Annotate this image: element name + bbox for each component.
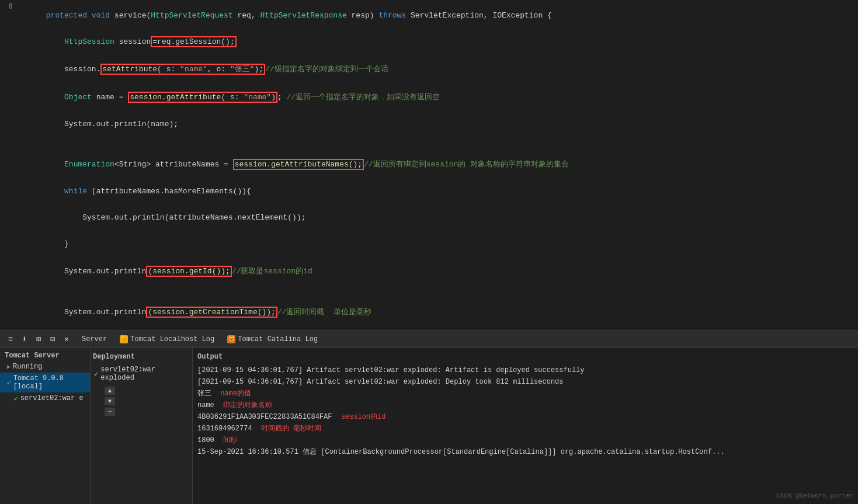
code-content-1: protected void service(HttpServletReques… [16, 2, 858, 29]
code-line-2: HttpSession session=req.getSession(); [0, 29, 858, 55]
code-content-4: Object name = session.getAttribute( s: "… [16, 83, 858, 111]
output-text-4: name [197, 401, 214, 409]
deploy-arrow-up[interactable]: ▲ [105, 387, 115, 395]
output-suffix-5: session的id [341, 413, 386, 421]
sidebar-item-servlet[interactable]: ✔ servlet02:war e [0, 392, 90, 404]
code-line-7: Enumeration<String> attributeNames = ses… [0, 150, 858, 178]
bottom-panel: ≡ ⬇ ⊞ ⊟ ✕ Server 🐱 Tomcat Localhost Log … [0, 330, 858, 504]
code-line-6 [0, 137, 858, 150]
output-suffix-6: 时间截的 毫秒时间 [261, 425, 321, 433]
output-text-6: 1631694962774 [197, 425, 252, 433]
code-line-11: System.out.println(session.getId());//获取… [0, 257, 858, 285]
panel-tabs-bar: ≡ ⬇ ⊞ ⊟ ✕ Server 🐱 Tomcat Localhost Log … [0, 331, 858, 348]
toolbar-btn-close-x[interactable]: ✕ [61, 333, 72, 345]
output-line-6: 1631694962774 时间截的 毫秒时间 [197, 423, 853, 435]
code-line-1: @ protected void service(HttpServletRequ… [0, 2, 858, 29]
deploy-action-buttons: ▲ ▼ − [93, 387, 190, 416]
server-sidebar: Tomcat Server ▶ Running ✔ Tomcat 9.0.8 [… [0, 348, 91, 504]
sidebar-running-label: Running [13, 363, 42, 371]
param-resp: resp) [347, 11, 379, 20]
toolbar-btn-grid[interactable]: ⊞ [33, 333, 44, 345]
output-line-8: 15-Sep-2021 16:36:10.571 信息 [ContainerBa… [197, 446, 853, 458]
sidebar-tomcat-label: Tomcat 9.0.8 [local] [13, 374, 85, 391]
tab-tomcat-catalina-label: Tomcat Catalina Log [238, 335, 318, 343]
panel-right: Deployment ✔ servlet02:war exploded ▲ ▼ … [91, 348, 858, 504]
code-line-12 [0, 285, 858, 298]
toolbar-btn-menu[interactable]: ≡ [5, 333, 16, 345]
tab-server-label: Server [82, 335, 107, 343]
output-panel: Output [2021-09-15 04:36:01,767] Artifac… [193, 348, 858, 504]
output-suffix-4: 绑定的对象名称 [223, 401, 272, 409]
code-content-7: Enumeration<String> attributeNames = ses… [16, 150, 858, 178]
keyword-throws: throws [378, 11, 406, 20]
highlight-getId: (session.getId()); [146, 266, 231, 277]
code-line-3: session.setAttribute( s: "name", o: "张三"… [0, 55, 858, 83]
deploy-arrow-down[interactable]: ▼ [105, 397, 115, 405]
deploy-arrow-remove[interactable]: − [105, 408, 115, 416]
deployment-panel: Deployment ✔ servlet02:war exploded ▲ ▼ … [91, 348, 193, 504]
highlight-getAttributeNames: session.getAttributeNames(); [233, 159, 364, 170]
code-content-9: System.out.println(attributeNames.nextEl… [16, 204, 858, 231]
code-line-4: Object name = session.getAttribute( s: "… [0, 83, 858, 111]
param-req: req, [233, 11, 260, 20]
deploy-check-icon: ✔ [94, 370, 98, 378]
highlight-getAttribute: session.getAttribute( s: "name") [128, 92, 277, 103]
panel-toolbar: ≡ ⬇ ⊞ ⊟ ✕ [2, 333, 75, 345]
code-content-11: System.out.println(session.getId());//获取… [16, 257, 858, 285]
highlight-getSession: =req.getSession(); [151, 36, 236, 47]
code-line-14 [0, 326, 858, 330]
keyword-void: void [92, 11, 110, 20]
code-line-8: while (attributeNames.hasMoreElements())… [0, 178, 858, 204]
type-HttpServletResponse: HttpServletResponse [260, 11, 347, 20]
at-icon: @ [9, 2, 13, 9]
panel-content: Tomcat Server ▶ Running ✔ Tomcat 9.0.8 [… [0, 348, 858, 504]
code-content-2: HttpSession session=req.getSession(); [16, 29, 858, 55]
code-line-9: System.out.println(attributeNames.nextEl… [0, 204, 858, 231]
tab-tomcat-catalina[interactable]: 🐱 Tomcat Catalina Log [221, 333, 324, 346]
tab-server[interactable]: Server [76, 333, 113, 346]
output-title: Output [197, 350, 853, 364]
running-arrow-icon: ▶ [7, 363, 11, 370]
line-gutter-icon-1: @ [5, 2, 16, 9]
code-line-10: } [0, 231, 858, 257]
toolbar-btn-down[interactable]: ⬇ [19, 333, 30, 345]
output-text-2: [2021-09-15 04:36:01,767] Artifact servl… [197, 378, 564, 386]
tomcat-localhost-icon: 🐱 [120, 335, 128, 343]
deployment-title: Deployment [93, 350, 190, 363]
output-suffix-7: 间秒 [223, 436, 237, 444]
sidebar-servlet-label: servlet02:war e [20, 394, 84, 402]
type-HttpServletRequest: HttpServletRequest [151, 11, 232, 20]
tab-tomcat-localhost-label: Tomcat Localhost Log [130, 335, 214, 343]
output-text-3: 张三 [197, 390, 211, 398]
deploy-item-label: servlet02:war exploded [100, 366, 189, 382]
highlight-getCreationTime: (session.getCreationTime()); [146, 307, 277, 318]
output-suffix-3: name的值 [220, 390, 251, 398]
servlet-check-icon: ✔ [14, 395, 18, 402]
output-text-1: [2021-09-15 04:36:01,767] Artifact servl… [197, 366, 585, 374]
server-sidebar-title: Tomcat Server [0, 348, 90, 361]
tab-tomcat-localhost[interactable]: 🐱 Tomcat Localhost Log [114, 333, 220, 346]
tomcat-check-icon: ✔ [7, 379, 11, 387]
output-text-5: 4B036291F1AA303FEC22833A51C84FAF [197, 413, 332, 421]
sidebar-item-running[interactable]: ▶ Running [0, 361, 90, 373]
code-content-10: } [16, 231, 858, 257]
method-service: service( [110, 11, 151, 20]
code-line-13: System.out.println(session.getCreationTi… [0, 298, 858, 326]
output-line-5: 4B036291F1AA303FEC22833A51C84FAF session… [197, 411, 853, 423]
toolbar-btn-filter[interactable]: ⊟ [47, 333, 58, 345]
output-text-7: 1800 [197, 436, 214, 444]
code-content-13: System.out.println(session.getCreationTi… [16, 298, 858, 326]
output-line-4: name 绑定的对象名称 [197, 399, 853, 411]
deployment-item-servlet[interactable]: ✔ servlet02:war exploded [93, 363, 190, 384]
code-content-3: session.setAttribute( s: "name", o: "张三"… [16, 55, 858, 83]
output-line-7: 1800 间秒 [197, 435, 853, 446]
output-line-1: [2021-09-15 04:36:01,767] Artifact servl… [197, 364, 853, 376]
code-content-8: while (attributeNames.hasMoreElements())… [16, 178, 858, 204]
code-editor: @ protected void service(HttpServletRequ… [0, 0, 858, 330]
tomcat-catalina-icon: 🐱 [227, 335, 235, 343]
output-line-2: [2021-09-15 04:36:01,767] Artifact servl… [197, 376, 853, 388]
sidebar-item-tomcat[interactable]: ✔ Tomcat 9.0.8 [local] [0, 373, 90, 392]
highlight-setAttribute: setAttribute( s: "name", o: "张三"); [100, 64, 265, 75]
output-line-3: 张三 name的值 [197, 388, 853, 399]
output-text-8: 15-Sep-2021 16:36:10.571 信息 [ContainerBa… [197, 448, 725, 456]
